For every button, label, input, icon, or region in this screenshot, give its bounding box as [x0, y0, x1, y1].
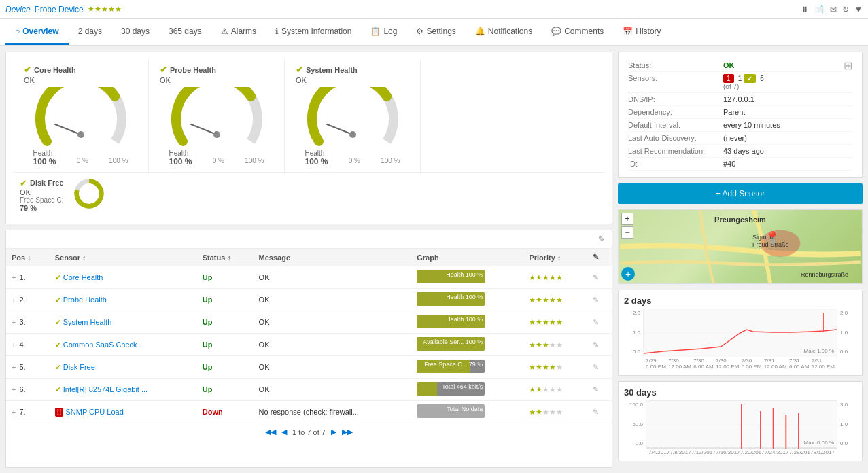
edit-icon[interactable]: ✎ [598, 234, 605, 244]
col-status[interactable]: Status ↕ [197, 249, 254, 266]
sensor-mini-graph[interactable]: Free Space C... 79 % [417, 360, 485, 373]
tab-comments[interactable]: 💬 Comments [542, 20, 613, 45]
col-priority[interactable]: Priority ↕ [523, 249, 587, 266]
chart-2days-y-axis: 2.0 1.0 0.0 [624, 309, 643, 356]
map-zoom-out-button[interactable]: − [621, 226, 633, 239]
sensor-check-icon: ✔ [55, 385, 61, 393]
core-health-labels: Health [33, 150, 128, 157]
row-expand-icon[interactable]: + [12, 340, 16, 349]
row-edit-icon[interactable]: ✎ [593, 340, 599, 349]
sensor-check-icon: ✔ [55, 340, 61, 349]
graph-label: Health 100 % [446, 316, 483, 323]
pause-icon[interactable]: ⏸ [801, 5, 809, 14]
sensor-mini-graph[interactable]: Health 100 % [417, 270, 485, 283]
map-street2-label: Ronneburgstraße [801, 271, 848, 278]
row-expand-icon[interactable]: + [12, 273, 16, 281]
core-health-svg-container [33, 87, 128, 148]
row-edit-icon[interactable]: ✎ [593, 296, 599, 304]
disk-free-label: Free Space C: [20, 196, 64, 204]
svg-point-5 [349, 131, 356, 138]
row-edit-icon[interactable]: ✎ [593, 408, 599, 416]
tab-settings[interactable]: ⚙ Settings [406, 20, 465, 45]
sensor-name-link[interactable]: Disk Free [63, 363, 95, 371]
row-expand-icon[interactable]: + [12, 363, 16, 371]
svg-line-2 [191, 124, 217, 135]
email-icon[interactable]: ✉ [830, 5, 837, 14]
star-empty-icon: ★ [556, 340, 563, 349]
row-expand-icon[interactable]: + [12, 385, 16, 393]
svg-point-1 [77, 131, 84, 138]
col-sensor[interactable]: Sensor ↕ [50, 249, 197, 266]
document-icon[interactable]: 📄 [814, 5, 824, 14]
probe-device-label[interactable]: Probe Device [35, 5, 84, 14]
row-edit-icon[interactable]: ✎ [593, 385, 599, 393]
col-pos[interactable]: Pos ↓ [6, 249, 50, 266]
topbar: Device Probe Device ★★★★★ ⏸ 📄 ✉ ↻ ▼ [0, 0, 868, 19]
sensor-name-link[interactable]: Intel[R] 82574L Gigabit ... [63, 385, 147, 393]
sensor-name-link[interactable]: System Health [63, 318, 112, 326]
graph-label: Free Space C... 79 % [424, 361, 483, 368]
row-expand-icon[interactable]: + [12, 296, 16, 304]
graph-label: Total 464 kbit/s [442, 383, 483, 390]
tab-overview[interactable]: ○ Overview [5, 20, 69, 45]
map-zoom-in-button[interactable]: + [621, 213, 633, 225]
sensor-name-link[interactable]: Core Health [63, 273, 103, 281]
sensor-status: Up [203, 318, 213, 326]
sensor-mini-graph[interactable]: Health 100 % [417, 315, 485, 328]
add-sensor-button[interactable]: + Add Sensor [618, 183, 863, 204]
system-health-value: 100 % [305, 157, 328, 167]
disk-free-check-icon: ✔ [20, 178, 27, 188]
sensor-status: Up [203, 363, 213, 371]
sensor-mini-graph[interactable]: Total No data [417, 404, 485, 418]
tab-365days[interactable]: 365 days [159, 20, 211, 45]
dns-value: 127.0.0.1 [723, 95, 852, 103]
tab-log[interactable]: 📋 Log [361, 20, 406, 45]
sensor-name-link[interactable]: Probe Health [63, 296, 107, 304]
graph-label: Health 100 % [446, 271, 483, 278]
row-edit-icon[interactable]: ✎ [593, 318, 599, 326]
tab-sysinfo[interactable]: ℹ System Information [266, 20, 361, 45]
sensor-name-link[interactable]: Common SaaS Check [63, 340, 137, 349]
row-edit-icon[interactable]: ✎ [593, 273, 599, 281]
qr-icon[interactable]: ⊞ [844, 59, 852, 72]
col-edit[interactable]: ✎ [587, 249, 612, 266]
sensor-mini-graph[interactable]: Health 100 % [417, 292, 485, 306]
device-stars[interactable]: ★★★★★ [88, 5, 122, 14]
pager-prev[interactable]: ◀ [281, 427, 287, 436]
map-expand-button[interactable]: + [621, 267, 635, 281]
sensor-badge-green: ✔ [744, 74, 756, 83]
tab-notifications[interactable]: 🔔 Notifications [466, 20, 542, 45]
disk-free-donut [72, 177, 106, 213]
dropdown-icon[interactable]: ▼ [854, 5, 863, 14]
tab-alarms[interactable]: ⚠ Alarms [211, 20, 266, 45]
pager-prev-prev[interactable]: ◀◀ [265, 427, 276, 436]
sensor-mini-graph[interactable]: Total 464 kbit/s [417, 382, 485, 396]
star-icon: ★ [529, 340, 536, 349]
row-edit-icon[interactable]: ✎ [593, 363, 599, 371]
table-row: + 7.!! SNMP CPU LoadDownNo response (che… [6, 401, 612, 423]
pager-next-next[interactable]: ▶▶ [342, 427, 353, 436]
tab-history[interactable]: 📅 History [613, 20, 670, 45]
star-empty-icon: ★ [556, 408, 563, 416]
info-row-dependency: Dependency: Parent [628, 106, 852, 119]
sensor-mini-graph[interactable]: Available Ser... 100 % [417, 337, 485, 351]
tab-2days[interactable]: 2 days [69, 20, 111, 45]
probe-health-title: Probe Health [170, 66, 216, 74]
row-expand-icon[interactable]: + [12, 318, 16, 326]
device-label[interactable]: Device [5, 5, 31, 14]
sensors-value: 1 1 ✔ 6 (of 7) [723, 74, 852, 90]
sensor-name-link[interactable]: SNMP CPU Load [65, 408, 123, 416]
row-expand-icon[interactable]: + [12, 408, 16, 416]
main-content: ✔ Core Health OK Health [0, 46, 868, 473]
gauge-section: ✔ Core Health OK Health [5, 52, 612, 224]
star-icon: ★ [529, 296, 536, 304]
sensor-check-icon: ✔ [55, 296, 61, 304]
table-row: + 4.✔ Common SaaS CheckUpOK Available Se… [6, 334, 612, 356]
pager-next[interactable]: ▶ [331, 427, 336, 436]
star-empty-icon: ★ [556, 385, 563, 393]
tab-30days[interactable]: 30 days [111, 20, 159, 45]
sensor-check-icon: ✔ [55, 363, 61, 371]
refresh-icon[interactable]: ↻ [842, 5, 849, 14]
star-empty-icon: ★ [542, 408, 549, 416]
info-row-interval: Default Interval: every 10 minutes [628, 119, 852, 132]
